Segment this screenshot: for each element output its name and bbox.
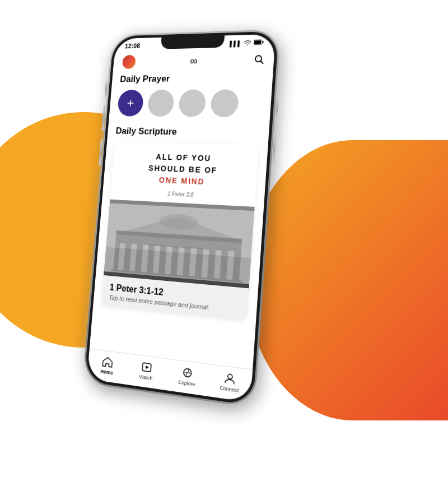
- watch-label: Watch: [139, 374, 152, 381]
- svg-rect-1: [262, 41, 263, 43]
- prayer-circle-3[interactable]: [210, 89, 239, 117]
- svg-point-3: [255, 55, 262, 62]
- svg-line-4: [260, 61, 263, 64]
- power-button: [275, 97, 279, 120]
- svg-point-28: [183, 368, 192, 377]
- content-area: Daily Prayer + Daily Scripture: [90, 72, 273, 369]
- explore-label: Explore: [178, 379, 195, 387]
- scripture-text-area: ALL OF YOU SHOULD BE OF ONE MIND 1 Peter…: [110, 142, 259, 207]
- prayer-row: +: [117, 89, 263, 117]
- silent-switch: [105, 81, 108, 97]
- volume-up-button: [101, 105, 105, 131]
- passage-info: 1 Peter 3:1-12 Tap to read entire passag…: [101, 275, 249, 321]
- battery-icon: [254, 39, 264, 46]
- connect-icon: [223, 371, 237, 386]
- nav-item-connect[interactable]: Connect: [208, 369, 253, 395]
- svg-rect-20: [226, 251, 235, 282]
- add-prayer-button[interactable]: +: [117, 90, 144, 117]
- svg-rect-0: [254, 40, 263, 44]
- scripture-verse: ALL OF YOU SHOULD BE OF ONE MIND: [117, 150, 251, 189]
- volume-down-button: [99, 139, 103, 165]
- svg-rect-2: [254, 40, 261, 44]
- svg-point-29: [227, 374, 232, 380]
- scripture-reference: 1 Peter 3:8: [116, 188, 249, 201]
- search-icon[interactable]: [253, 54, 265, 65]
- status-time: 12:08: [124, 42, 140, 50]
- home-label: Home: [100, 368, 113, 376]
- connect-label: Connect: [220, 385, 239, 394]
- svg-rect-16: [176, 247, 184, 277]
- top-nav: ∞: [113, 49, 274, 75]
- phone-screen: 12:08 ▌▌▌: [87, 34, 276, 403]
- volume-button-right: [272, 131, 276, 166]
- scene: 12:08 ▌▌▌: [0, 0, 448, 495]
- app-logo: ∞: [190, 54, 197, 67]
- bottom-nav: Home Watch: [87, 349, 253, 403]
- watch-icon: [141, 360, 153, 374]
- svg-rect-26: [142, 363, 151, 372]
- home-icon: [101, 355, 114, 369]
- nav-item-home[interactable]: Home: [87, 353, 127, 377]
- scripture-card[interactable]: ALL OF YOU SHOULD BE OF ONE MIND 1 Peter…: [101, 142, 259, 321]
- notch: [161, 35, 225, 49]
- signal-icon: ▌▌▌: [230, 40, 242, 47]
- avatar-image: [122, 55, 136, 69]
- daily-scripture-title: Daily Scripture: [115, 126, 260, 139]
- scripture-image: M·AGRIPPA·L·F·COS·TERTIVM·FECIT: [104, 200, 255, 289]
- svg-rect-18: [201, 249, 209, 280]
- explore-icon: [181, 366, 194, 380]
- prayer-circle-1[interactable]: [147, 90, 175, 117]
- svg-rect-17: [189, 248, 197, 279]
- svg-marker-27: [146, 366, 149, 369]
- svg-rect-19: [213, 250, 222, 281]
- avatar[interactable]: [121, 54, 137, 70]
- nav-item-watch[interactable]: Watch: [126, 358, 167, 383]
- passage-subtitle: Tap to read entire passage and journal.: [109, 294, 240, 314]
- daily-prayer-title: Daily Prayer: [120, 72, 264, 85]
- phone-inner-frame: 12:08 ▌▌▌: [84, 31, 278, 406]
- status-icons: ▌▌▌: [230, 39, 264, 47]
- phone-outer-frame: 12:08 ▌▌▌: [82, 29, 281, 408]
- nav-item-explore[interactable]: Explore: [166, 364, 209, 389]
- wifi-icon: [244, 40, 252, 47]
- phone-device: 12:08 ▌▌▌: [82, 29, 281, 408]
- prayer-circle-2[interactable]: [178, 90, 207, 117]
